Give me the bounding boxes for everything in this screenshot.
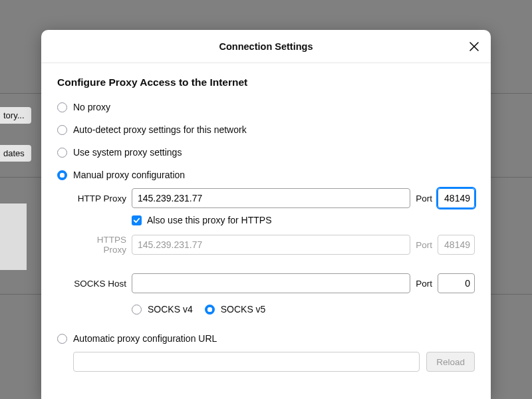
radio-icon <box>57 148 67 158</box>
pac-row: Reload <box>73 352 475 372</box>
radio-pac-url[interactable]: Automatic proxy configuration URL <box>57 329 475 348</box>
section-title: Configure Proxy Access to the Internet <box>57 76 475 88</box>
connection-settings-modal: Connection Settings Configure Proxy Acce… <box>41 30 491 399</box>
socks-host-input[interactable] <box>132 273 410 293</box>
radio-system-proxy[interactable]: Use system proxy settings <box>57 143 475 162</box>
bg-box <box>0 203 27 270</box>
socks-version-row: SOCKS v4 SOCKS v5 <box>132 300 475 319</box>
port-label: Port <box>416 194 432 203</box>
socks-host-label: SOCKS Host <box>73 279 126 289</box>
modal-content: Configure Proxy Access to the Internet N… <box>41 63 491 372</box>
radio-label: Manual proxy configuration <box>73 170 185 180</box>
modal-header: Connection Settings <box>41 30 491 63</box>
https-port-input <box>438 235 475 255</box>
radio-socks-v5[interactable]: SOCKS v5 <box>205 300 266 319</box>
port-label: Port <box>416 279 432 289</box>
radio-icon <box>57 170 67 180</box>
https-proxy-input <box>132 235 410 255</box>
radio-icon <box>205 305 215 315</box>
manual-proxy-fields: HTTP Proxy Port Also use this proxy for … <box>57 188 475 319</box>
checkbox-icon <box>132 215 142 225</box>
radio-icon <box>57 102 67 112</box>
bg-updates-button: dates <box>0 145 31 162</box>
radio-icon <box>57 125 67 135</box>
radio-auto-detect[interactable]: Auto-detect proxy settings for this netw… <box>57 120 475 139</box>
port-label: Port <box>416 240 432 250</box>
also-https-checkbox[interactable]: Also use this proxy for HTTPS <box>132 215 475 225</box>
https-proxy-label: HTTPS Proxy <box>73 235 126 255</box>
radio-label: Auto-detect proxy settings for this netw… <box>73 124 247 135</box>
http-port-input[interactable] <box>438 188 475 208</box>
pac-url-input <box>73 352 420 372</box>
radio-label: Automatic proxy configuration URL <box>73 333 217 344</box>
close-button[interactable] <box>467 39 481 54</box>
https-proxy-row: HTTPS Proxy Port <box>73 235 475 255</box>
radio-no-proxy[interactable]: No proxy <box>57 98 475 116</box>
http-proxy-input[interactable] <box>132 188 410 208</box>
http-proxy-label: HTTP Proxy <box>73 194 126 203</box>
http-proxy-row: HTTP Proxy Port <box>73 188 475 208</box>
radio-label: SOCKS v5 <box>221 304 266 315</box>
bg-history-button: tory... <box>0 107 31 124</box>
radio-label: Use system proxy settings <box>73 147 182 158</box>
radio-manual-proxy[interactable]: Manual proxy configuration <box>57 166 475 184</box>
socks-host-row: SOCKS Host Port <box>73 273 475 293</box>
radio-socks-v4[interactable]: SOCKS v4 <box>132 300 193 319</box>
radio-label: SOCKS v4 <box>148 304 193 315</box>
checkbox-label: Also use this proxy for HTTPS <box>147 215 272 225</box>
radio-label: No proxy <box>73 102 110 112</box>
radio-icon <box>132 305 142 315</box>
reload-button: Reload <box>426 352 475 372</box>
radio-icon <box>57 334 67 344</box>
modal-title: Connection Settings <box>41 30 491 63</box>
socks-port-input[interactable] <box>438 273 475 293</box>
close-icon <box>469 41 479 52</box>
